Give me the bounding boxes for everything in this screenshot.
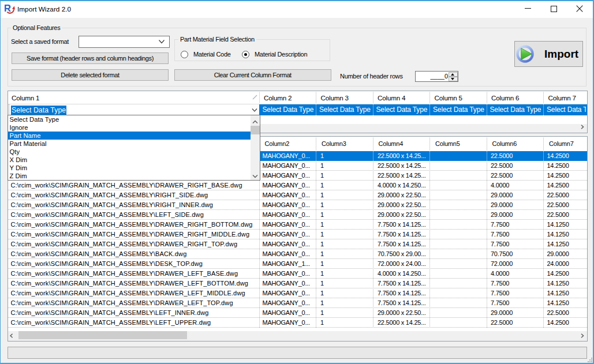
svg-text:R: R <box>5 3 11 14</box>
